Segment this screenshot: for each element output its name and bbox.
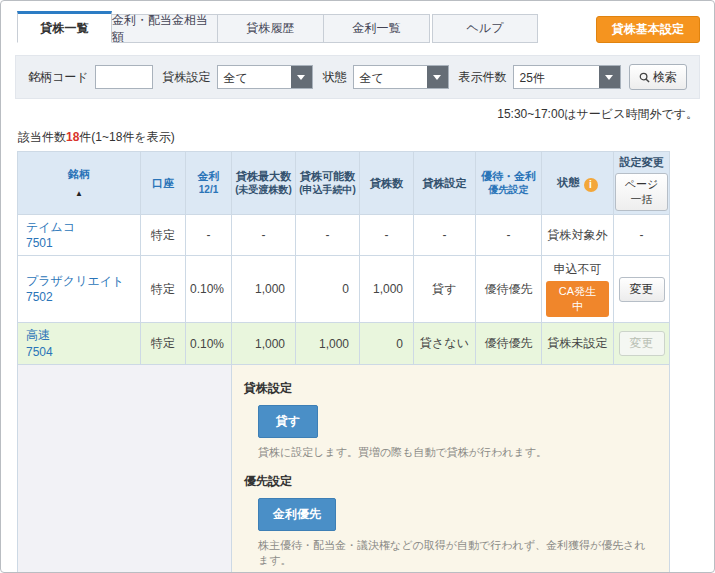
table-row-selected: 高速7504 特定 0.10% 1,000 1,000 0 貸さない 優待優先 …	[18, 323, 670, 364]
tab-lending-history[interactable]: 貸株履歴	[218, 14, 324, 43]
chevron-down-icon[interactable]	[427, 66, 448, 88]
priority-setting-heading: 優先設定	[244, 473, 657, 490]
code-filter-label: 銘柄コード	[28, 69, 89, 86]
chevron-down-icon[interactable]	[599, 66, 620, 88]
sort-ascending-icon[interactable]	[19, 185, 139, 200]
status-filter-label: 状態	[323, 69, 347, 86]
display-count-label: 表示件数	[459, 69, 507, 86]
display-count-select[interactable]: 25件	[513, 65, 621, 89]
status-cell: 貸株対象外	[542, 215, 614, 256]
column-header-name[interactable]: 銘柄	[18, 152, 141, 215]
priority-setting-description: 株主優待・配当金・議決権などの取得が自動で行われず、金利獲得が優先されます。	[258, 538, 657, 568]
info-icon[interactable]	[584, 178, 598, 192]
filter-bar: 銘柄コード 貸株設定 全て 状態 全て 表示件数 25件 検索	[15, 55, 700, 99]
result-count: 該当件数18件(1~18件を表示)	[18, 129, 714, 146]
status-filter-select[interactable]: 全て	[353, 65, 449, 89]
edit-panel-spacer	[18, 364, 232, 573]
result-count-number: 18	[66, 130, 79, 144]
table-row: テイムコ7501 特定 - - - - - - 貸株対象外 -	[18, 215, 670, 256]
change-button-disabled[interactable]: 変更	[619, 331, 665, 356]
lend-setting-description: 貸株に設定します。買増の際も自動で貸株が行われます。	[258, 445, 657, 460]
column-header-max: 貸株最大数(未受渡株数)	[232, 152, 296, 215]
setting-filter-label: 貸株設定	[163, 69, 211, 86]
status-cell: 貸株未設定	[542, 323, 614, 364]
column-header-priority[interactable]: 優待・金利優先設定	[476, 152, 542, 215]
table-row: プラザクリエイト7502 特定 0.10% 1,000 0 1,000 貸す 優…	[18, 256, 670, 323]
basic-settings-button[interactable]: 貸株基本設定	[596, 16, 700, 43]
column-header-setting: 貸株設定	[414, 152, 476, 215]
column-header-available: 貸株可能数(申込手続中)	[296, 152, 360, 215]
tab-bar: 貸株一覧 金利・配当金相当額 貸株履歴 金利一覧 ヘルプ 貸株基本設定	[1, 1, 714, 43]
stock-name-link[interactable]: テイムコ	[26, 219, 136, 235]
code-filter-input[interactable]	[95, 65, 153, 89]
ca-occurring-badge: CA発生中	[546, 281, 609, 317]
stock-code[interactable]: 7501	[26, 235, 136, 251]
table-header-row: 銘柄 口座 金利12/1 貸株最大数(未受渡株数) 貸株可能数(申込手続中) 貸…	[18, 152, 670, 215]
lending-stock-table: 銘柄 口座 金利12/1 貸株最大数(未受渡株数) 貸株可能数(申込手続中) 貸…	[17, 151, 670, 573]
edit-panel-row: 貸株設定 貸す 貸株に設定します。買増の際も自動で貸株が行われます。 優先設定 …	[18, 364, 670, 573]
search-icon	[639, 72, 650, 83]
lend-button[interactable]: 貸す	[258, 405, 318, 438]
stock-name-link[interactable]: 高速	[26, 327, 136, 343]
column-header-rate[interactable]: 金利12/1	[186, 152, 232, 215]
chevron-down-icon[interactable]	[291, 66, 312, 88]
lend-setting-heading: 貸株設定	[244, 380, 657, 397]
stock-code[interactable]: 7504	[26, 344, 136, 360]
column-header-quantity: 貸株数	[360, 152, 414, 215]
setting-filter-select[interactable]: 全て	[217, 65, 313, 89]
stock-name-link[interactable]: プラザクリエイト	[26, 273, 136, 289]
search-button[interactable]: 検索	[629, 64, 687, 90]
tab-help[interactable]: ヘルプ	[432, 14, 538, 43]
tab-lending-list[interactable]: 貸株一覧	[17, 11, 112, 43]
lending-stock-page: 貸株一覧 金利・配当金相当額 貸株履歴 金利一覧 ヘルプ 貸株基本設定 銘柄コー…	[0, 0, 715, 573]
column-header-status: 状態	[542, 152, 614, 215]
edit-panel: 貸株設定 貸す 貸株に設定します。買増の際も自動で貸株が行われます。 優先設定 …	[232, 364, 670, 573]
interest-priority-button[interactable]: 金利優先	[258, 498, 336, 531]
service-hours-note: 15:30~17:00はサービス時間外です。	[1, 106, 698, 123]
column-header-change: 設定変更ページ一括	[614, 152, 670, 215]
status-cell: 申込不可 CA発生中	[542, 256, 614, 323]
tab-interest-list[interactable]: 金利一覧	[324, 14, 430, 43]
page-batch-button[interactable]: ページ一括	[615, 173, 668, 211]
change-button[interactable]: 変更	[619, 277, 665, 302]
column-header-account[interactable]: 口座	[141, 152, 186, 215]
stock-code[interactable]: 7502	[26, 289, 136, 305]
tab-interest-dividend[interactable]: 金利・配当金相当額	[112, 14, 218, 43]
